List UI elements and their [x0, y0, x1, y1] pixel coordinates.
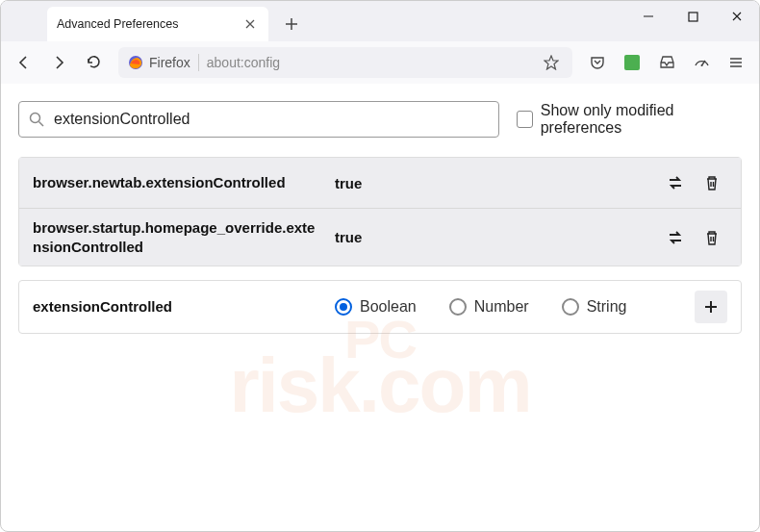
delete-button[interactable]	[697, 167, 727, 198]
titlebar: Advanced Preferences	[1, 1, 759, 41]
tab-title: Advanced Preferences	[57, 17, 241, 31]
pref-row: browser.newtab.extensionControlled true	[19, 158, 741, 208]
app-menu-button[interactable]	[721, 47, 751, 78]
pref-search-box[interactable]	[18, 101, 499, 138]
search-icon	[29, 112, 44, 127]
url-bar[interactable]: Firefox about:config	[118, 47, 572, 78]
browser-tab[interactable]: Advanced Preferences	[47, 7, 268, 41]
navigation-toolbar: Firefox about:config	[1, 41, 759, 84]
radio-number[interactable]: Number	[449, 298, 529, 316]
radio-icon	[562, 298, 579, 316]
firefox-logo-icon	[128, 55, 143, 70]
browser-window: Advanced Preferences Firefox about:confi…	[0, 0, 760, 532]
extension-icon[interactable]	[617, 47, 647, 78]
pref-value: true	[335, 229, 646, 245]
back-button[interactable]	[9, 47, 39, 78]
close-window-button[interactable]	[715, 1, 759, 32]
maximize-button[interactable]	[671, 1, 715, 32]
url-text: about:config	[207, 55, 532, 70]
modified-only-toggle[interactable]: Show only modified preferences	[517, 102, 742, 137]
pref-list: browser.newtab.extensionControlled true …	[18, 157, 742, 266]
radio-boolean[interactable]: Boolean	[335, 298, 417, 316]
identity-box[interactable]: Firefox	[128, 55, 190, 70]
identity-label: Firefox	[149, 55, 190, 70]
checkbox-label-text: Show only modified preferences	[541, 102, 742, 137]
pref-search-input[interactable]	[54, 111, 489, 128]
new-tab-button[interactable]	[276, 9, 307, 39]
add-button[interactable]	[695, 291, 727, 323]
pref-name: browser.newtab.extensionControlled	[33, 173, 321, 192]
radio-icon	[335, 298, 352, 316]
checkbox-icon	[517, 111, 533, 128]
svg-point-3	[31, 114, 40, 123]
page-content: PC risk.com Show only modified preferenc…	[1, 84, 759, 531]
delete-button[interactable]	[697, 222, 727, 253]
radio-string[interactable]: String	[562, 298, 627, 316]
pref-name: browser.startup.homepage_override.extens…	[33, 218, 321, 256]
type-radio-group: Boolean Number String	[335, 298, 681, 316]
inbox-icon[interactable]	[651, 47, 682, 78]
add-pref-row: extensionControlled Boolean Number Strin…	[18, 280, 742, 334]
urlbar-separator	[198, 54, 199, 71]
toggle-button[interactable]	[660, 167, 691, 198]
close-tab-icon[interactable]	[241, 15, 259, 33]
pref-value: true	[335, 175, 646, 191]
pref-row: browser.startup.homepage_override.extens…	[19, 208, 741, 266]
add-pref-name: extensionControlled	[33, 297, 321, 317]
bookmark-star-icon[interactable]	[540, 55, 563, 70]
pocket-icon[interactable]	[582, 47, 613, 78]
svg-rect-0	[689, 13, 697, 21]
window-controls	[626, 1, 759, 32]
minimize-button[interactable]	[626, 1, 671, 32]
radio-icon	[449, 298, 467, 316]
gauge-icon[interactable]	[686, 47, 717, 78]
reload-button[interactable]	[78, 47, 109, 78]
toggle-button[interactable]	[660, 222, 691, 253]
forward-button[interactable]	[43, 47, 74, 78]
search-row: Show only modified preferences	[18, 101, 742, 138]
